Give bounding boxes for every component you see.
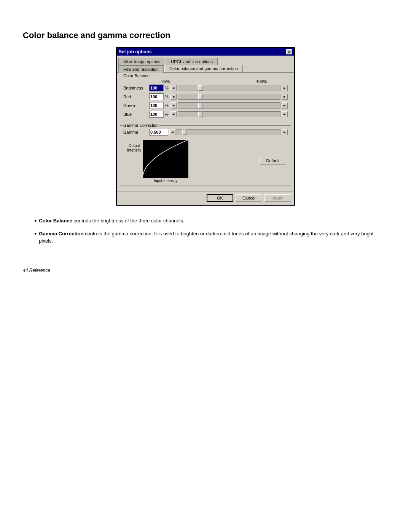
bullet-dot-2: • bbox=[34, 230, 37, 245]
output-intensity-label: OutputIntensity bbox=[127, 144, 141, 153]
brightness-slider-thumb[interactable] bbox=[198, 85, 203, 91]
red-unit: % bbox=[165, 94, 169, 99]
green-scroll-left[interactable]: ◄ bbox=[170, 102, 177, 109]
green-label: Green bbox=[123, 103, 148, 108]
close-button[interactable]: ✕ bbox=[286, 49, 292, 54]
output-intensity-label-col: OutputIntensity bbox=[127, 140, 141, 153]
brightness-scroll-right[interactable]: ► bbox=[282, 85, 288, 91]
brightness-scroll-left[interactable]: ◄ bbox=[170, 85, 177, 91]
brightness-slider-track[interactable] bbox=[178, 85, 280, 91]
ok-button[interactable]: OK bbox=[207, 194, 233, 202]
red-slider-thumb[interactable] bbox=[198, 94, 203, 99]
gamma-input[interactable] bbox=[149, 129, 168, 136]
tab-hpgl-line-options[interactable]: HPGL and line options bbox=[166, 58, 218, 66]
tab-color-balance-gamma[interactable]: Color balance and gamma correction bbox=[164, 65, 243, 72]
green-slider-track[interactable] bbox=[178, 102, 280, 109]
gamma-chart-canvas bbox=[143, 140, 188, 178]
bullet-text-1: Color Balance controls the brightness of… bbox=[39, 217, 388, 225]
range-min-label: 25% bbox=[161, 79, 170, 84]
green-unit: % bbox=[165, 103, 169, 108]
color-balance-label: Color Balance bbox=[123, 73, 150, 78]
dialog-title: Set job options bbox=[119, 49, 152, 54]
chart-col: Input Intensity bbox=[143, 140, 188, 183]
gamma-correction-group: Gamma Correction Gamma ◄ ► OutputIntens bbox=[120, 125, 291, 185]
green-slider-thumb[interactable] bbox=[198, 103, 203, 108]
gamma-scroll-left[interactable]: ◄ bbox=[169, 129, 175, 135]
red-label: Red bbox=[123, 94, 148, 99]
red-input[interactable] bbox=[149, 93, 164, 100]
blue-scroll-right[interactable]: ► bbox=[282, 111, 288, 117]
bullet-term-1: Color Balance bbox=[39, 218, 72, 224]
gamma-scroll-right[interactable]: ► bbox=[282, 129, 288, 135]
red-scroll-left[interactable]: ◄ bbox=[170, 94, 177, 100]
bullet-text-2: Gamma Correction controls the gamma corr… bbox=[39, 230, 388, 245]
tab-film-resolution[interactable]: Film and resolution bbox=[118, 66, 164, 73]
bullet-rest-2: controls the gamma correction. It is use… bbox=[39, 231, 373, 244]
range-labels: 25% 400% bbox=[123, 79, 288, 85]
red-row: Red % ◄ ► bbox=[123, 93, 288, 100]
page-title: Color balance and gamma correction bbox=[23, 30, 388, 40]
red-scroll-right[interactable]: ► bbox=[282, 94, 288, 100]
bullet-dot-1: • bbox=[34, 217, 37, 225]
dialog-titlebar: Set job options ✕ bbox=[117, 48, 294, 56]
brightness-row: Brightness % ◄ ► bbox=[123, 85, 288, 91]
chart-area: OutputIntensity Input Intensity bbox=[123, 140, 188, 183]
bullet-section: • Color Balance controls the brightness … bbox=[34, 217, 388, 245]
gamma-row: Gamma ◄ ► bbox=[123, 129, 288, 136]
blue-slider-thumb[interactable] bbox=[198, 112, 203, 117]
gamma-slider-track[interactable] bbox=[177, 129, 280, 135]
bullet-item-color-balance: • Color Balance controls the brightness … bbox=[34, 217, 388, 225]
blue-input[interactable] bbox=[149, 111, 164, 118]
green-scroll-right[interactable]: ► bbox=[282, 102, 288, 109]
input-intensity-label: Input Intensity bbox=[154, 179, 177, 183]
dialog-content: Color Balance 25% 400% Brightness % ◄ ► bbox=[117, 72, 294, 192]
bullet-item-gamma: • Gamma Correction controls the gamma co… bbox=[34, 230, 388, 245]
apply-button[interactable]: Apply bbox=[264, 194, 291, 202]
default-button[interactable]: Default bbox=[260, 157, 286, 165]
blue-slider-track[interactable] bbox=[178, 111, 280, 117]
set-job-options-dialog: Set job options ✕ Misc. image options HP… bbox=[116, 47, 295, 206]
tab-misc-image-options[interactable]: Misc. image options bbox=[118, 58, 165, 66]
blue-unit: % bbox=[165, 112, 169, 117]
color-balance-group: Color Balance 25% 400% Brightness % ◄ ► bbox=[120, 76, 291, 122]
blue-row: Blue % ◄ ► bbox=[123, 111, 288, 118]
green-input[interactable] bbox=[149, 102, 164, 109]
tabs-row: Misc. image options HPGL and line option… bbox=[117, 56, 294, 65]
gamma-label: Gamma bbox=[123, 130, 148, 134]
dialog-buttons: OK Cancel Apply bbox=[117, 192, 294, 205]
blue-scroll-left[interactable]: ◄ bbox=[170, 111, 177, 117]
gamma-slider-thumb[interactable] bbox=[182, 129, 187, 135]
brightness-unit: % bbox=[165, 86, 169, 90]
bullet-rest-1: controls the brightness of the three col… bbox=[72, 218, 185, 224]
brightness-input[interactable] bbox=[149, 85, 164, 91]
cancel-button[interactable]: Cancel bbox=[236, 194, 262, 202]
range-max-label: 400% bbox=[256, 79, 267, 84]
brightness-label: Brightness bbox=[123, 86, 148, 90]
footer-text: 44 Reference bbox=[23, 268, 388, 273]
red-slider-track[interactable] bbox=[178, 94, 280, 100]
blue-label: Blue bbox=[123, 112, 148, 117]
bullet-term-2: Gamma Correction bbox=[39, 231, 83, 236]
dialog-wrapper: Set job options ✕ Misc. image options HP… bbox=[23, 47, 388, 206]
gamma-correction-label: Gamma Correction bbox=[123, 123, 159, 128]
green-row: Green % ◄ ► bbox=[123, 102, 288, 109]
